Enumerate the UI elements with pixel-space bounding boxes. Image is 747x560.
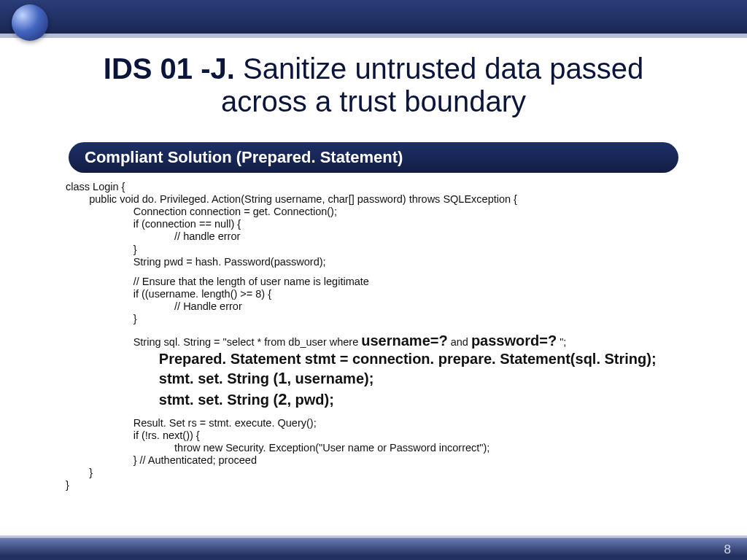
title-prefix: IDS 01 -J. xyxy=(104,52,235,85)
slide-title: IDS 01 -J. Sanitize untrusted data passe… xyxy=(44,52,703,118)
code-emph: stmt. set. String ( xyxy=(66,370,278,386)
code-emph: , username); xyxy=(287,370,374,386)
code-line: } xyxy=(66,313,137,324)
code-line: and xyxy=(448,336,471,348)
code-line: } xyxy=(66,467,93,478)
code-line: String pwd = hash. Password(password); xyxy=(66,256,326,268)
bottom-bar: 8 xyxy=(0,538,747,560)
code-line: class Login { xyxy=(66,181,125,192)
code-line: Result. Set rs = stmt. execute. Query(); xyxy=(66,417,317,429)
code-line: } xyxy=(66,244,137,255)
code-line: } // Authenticated; proceed xyxy=(66,454,257,466)
top-bar xyxy=(0,0,747,34)
compliant-solution-heading: Compliant Solution (Prepared. Statement) xyxy=(69,142,678,173)
code-line: // Ensure that the length of user name i… xyxy=(66,276,369,287)
code-emph: username=? xyxy=(361,332,447,349)
code-block: class Login { public void do. Privileged… xyxy=(66,181,696,491)
page-number: 8 xyxy=(724,542,731,557)
code-line: if (!rs. next()) { xyxy=(66,429,200,441)
code-num: 2 xyxy=(278,390,287,408)
slide: IDS 01 -J. Sanitize untrusted data passe… xyxy=(0,0,747,560)
code-line: throw new Security. Exception("User name… xyxy=(66,442,489,454)
code-line: Connection connection = get. Connection(… xyxy=(66,206,337,217)
code-line: if (connection == null) { xyxy=(66,218,241,230)
code-emph: stmt. set. String ( xyxy=(66,392,278,408)
code-line: String sql. String = "select * from db_u… xyxy=(66,336,361,348)
title-line2: across a trust boundary xyxy=(44,85,703,118)
code-emph: password=? xyxy=(471,332,557,349)
title-rest: Sanitize untrusted data passed xyxy=(235,52,643,85)
pill-label: Compliant Solution (Prepared. Statement) xyxy=(85,148,403,167)
code-line: if ((username. length() >= 8) { xyxy=(66,288,271,300)
code-line: "; xyxy=(557,336,566,348)
code-line: // handle error xyxy=(66,230,240,242)
code-line: // Handle error xyxy=(66,300,242,312)
code-num: 1 xyxy=(278,369,287,387)
code-emph: , pwd); xyxy=(287,392,333,408)
code-emph: Prepared. Statement stmt = connection. p… xyxy=(66,350,657,369)
code-line: } xyxy=(66,479,69,491)
code-line: public void do. Privileged. Action(Strin… xyxy=(66,193,517,205)
